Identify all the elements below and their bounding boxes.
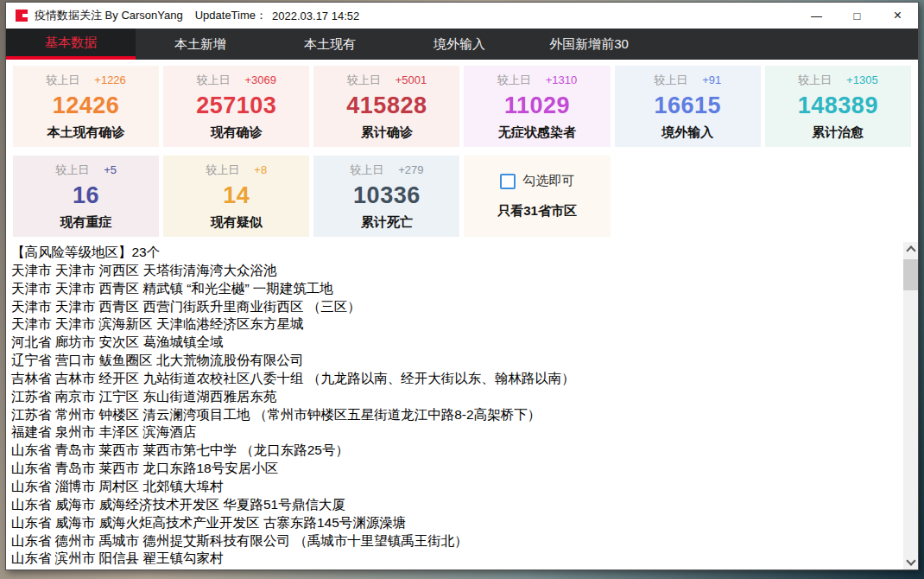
- compare-label: 较上日: [196, 73, 230, 88]
- stat-card-severe: 较上日+5 16 现有重症: [13, 156, 159, 237]
- delta-value: +8: [254, 163, 267, 176]
- chevron-up-icon: [906, 245, 915, 255]
- list-item: 山东省 淄博市 周村区 北郊镇大埠村: [11, 478, 897, 496]
- stat-value: 11029: [504, 92, 570, 119]
- stat-card-total-cured: 较上日+1305 148389 累计治愈: [765, 66, 911, 147]
- stat-card-suspected: 较上日+8 14 现有疑似: [163, 156, 309, 237]
- filter-card: 勾选即可 只看31省市区: [464, 156, 610, 237]
- stat-title: 累计死亡: [361, 214, 413, 231]
- stat-card-total-confirmed: 较上日+5001 415828 累计确诊: [313, 66, 459, 147]
- close-button[interactable]: ×: [877, 3, 918, 29]
- list-item: 山东省 德州市 禹城市 德州提艾斯科技有限公司 （禹城市十里望镇禹王街北）: [11, 532, 897, 550]
- compare-label: 较上日: [55, 162, 89, 178]
- compare-label: 较上日: [350, 162, 383, 178]
- stat-value: 16615: [654, 92, 721, 119]
- app-window: 疫情数据关注 By CarsonYang UpdateTime： 2022.03…: [5, 2, 919, 570]
- stat-title: 累计确诊: [361, 124, 413, 141]
- window-title: 疫情数据关注 By CarsonYang: [35, 8, 183, 23]
- stat-title: 现有重症: [60, 214, 112, 231]
- list-item: 天津市 天津市 滨海新区 天津临港经济区东方星城: [11, 315, 897, 334]
- minimize-button[interactable]: —: [796, 3, 837, 29]
- delta-value: +1226: [94, 73, 126, 86]
- tab-basic-data[interactable]: 基本数据: [6, 29, 136, 60]
- navbar: 基本数据 本土新增 本土现有 境外输入 外国新增前30: [6, 29, 918, 60]
- compare-label: 较上日: [347, 73, 381, 88]
- high-risk-region-list: 【高风险等级地区】23个 天津市 天津市 河西区 天塔街清海湾大众浴池 天津市 …: [6, 242, 918, 569]
- list-item: 天津市 天津市 西青区 精武镇 “和光尘樾” 一期建筑工地: [11, 280, 897, 298]
- list-item: 福建省 泉州市 丰泽区 滨海酒店: [11, 423, 897, 442]
- list-item: 河北省 廊坊市 安次区 葛渔城镇全域: [11, 334, 897, 352]
- list-item: 天津市 天津市 西青区 西营门街跃升里商业街西区 （三区）: [11, 298, 897, 316]
- stat-value: 257103: [196, 92, 276, 119]
- delta-value: +1310: [546, 73, 578, 86]
- delta-value: +91: [702, 73, 721, 86]
- stats-row-2: 较上日+5 16 现有重症 较上日+8 14 现有疑似 较上日+279 1033…: [13, 156, 911, 237]
- stat-value: 10336: [353, 182, 421, 209]
- window-controls: — □ ×: [796, 3, 918, 29]
- scroll-down-button[interactable]: [903, 555, 918, 569]
- tab-foreign-top30[interactable]: 外国新增前30: [524, 29, 654, 60]
- scrollbar-thumb[interactable]: [903, 259, 918, 290]
- stat-value: 415828: [346, 92, 427, 119]
- list-item: 江苏省 常州市 钟楼区 清云澜湾项目工地 （常州市钟楼区五星街道龙江中路8-2高…: [11, 406, 897, 424]
- compare-label: 较上日: [206, 162, 239, 178]
- stat-value: 148389: [798, 92, 878, 119]
- stat-title: 累计治愈: [812, 124, 864, 141]
- stat-value: 14: [223, 182, 250, 209]
- maximize-button[interactable]: □: [837, 3, 877, 29]
- compare-label: 较上日: [654, 73, 687, 88]
- delta-value: +5: [104, 163, 117, 176]
- delta-value: +3069: [244, 73, 276, 86]
- stats-panel: 较上日+1226 12426 本土现有确诊 较上日+3069 257103 现有…: [6, 60, 918, 242]
- compare-label: 较上日: [798, 73, 832, 88]
- list-item: 辽宁省 营口市 鲅鱼圈区 北大荒物流股份有限公司: [11, 352, 897, 370]
- filter-card-title: 只看31省市区: [497, 203, 577, 220]
- stat-card-local-active-confirmed: 较上日+1226 12426 本土现有确诊: [13, 66, 159, 147]
- tab-imported[interactable]: 境外输入: [395, 29, 524, 60]
- delta-value: +5001: [396, 73, 427, 86]
- stat-card-imported: 较上日+91 16615 境外输入: [615, 66, 761, 147]
- list-item: 山东省 滨州市 阳信县 翟王镇勾家村: [11, 550, 897, 568]
- list-item: 山东省 威海市 威海火炬高技术产业开发区 古寨东路145号渊源澡塘: [11, 514, 897, 532]
- tab-local-current[interactable]: 本土现有: [265, 29, 395, 60]
- compare-label: 较上日: [497, 73, 531, 88]
- app-logo-icon: [16, 10, 28, 22]
- list-item: 吉林省 吉林市 经开区 九站街道农校社区八委十组 （九龙路以南、经开大街以东、翰…: [11, 370, 897, 388]
- stat-value: 12426: [53, 92, 120, 119]
- stat-title: 境外输入: [661, 124, 713, 141]
- stat-card-deaths: 较上日+279 10336 累计死亡: [313, 156, 459, 237]
- stat-title: 无症状感染者: [498, 124, 576, 141]
- vertical-scrollbar[interactable]: [903, 242, 918, 569]
- list-header: 【高风险等级地区】23个: [11, 244, 897, 262]
- checkbox-hint-label: 勾选即可: [523, 173, 575, 189]
- chevron-down-icon: [906, 556, 915, 565]
- stats-row-1: 较上日+1226 12426 本土现有确诊 较上日+3069 257103 现有…: [13, 66, 911, 147]
- list-item: 山东省 青岛市 莱西市 龙口东路18号安居小区: [11, 460, 897, 478]
- stat-card-active-confirmed: 较上日+3069 257103 现有确诊: [163, 66, 309, 147]
- delta-value: +1305: [846, 73, 878, 86]
- stat-title: 现有确诊: [211, 124, 263, 141]
- list-item: 山东省 青岛市 莱西市 莱西市第七中学 （龙口东路25号）: [11, 442, 897, 460]
- update-time-label: UpdateTime：: [195, 8, 267, 23]
- stat-value: 16: [73, 182, 99, 209]
- only-31-provinces-checkbox[interactable]: [500, 174, 516, 189]
- update-time-value: 2022.03.17 14:52: [272, 10, 359, 22]
- list-item: 天津市 天津市 河西区 天塔街清海湾大众浴池: [11, 262, 897, 280]
- stat-title: 现有疑似: [211, 214, 263, 231]
- compare-label: 较上日: [46, 73, 79, 88]
- stat-title: 本土现有确诊: [47, 124, 125, 141]
- list-item: 山东省 威海市 威海经济技术开发区 华夏路51号鼎信大厦: [11, 496, 897, 514]
- stat-card-asymptomatic: 较上日+1310 11029 无症状感染者: [464, 66, 610, 147]
- scroll-up-button[interactable]: [903, 242, 918, 257]
- tab-local-new[interactable]: 本土新增: [136, 29, 265, 60]
- titlebar[interactable]: 疫情数据关注 By CarsonYang UpdateTime： 2022.03…: [6, 3, 918, 29]
- list-item: 江苏省 南京市 江宁区 东山街道湖西雅居东苑: [11, 388, 897, 406]
- delta-value: +279: [398, 163, 423, 176]
